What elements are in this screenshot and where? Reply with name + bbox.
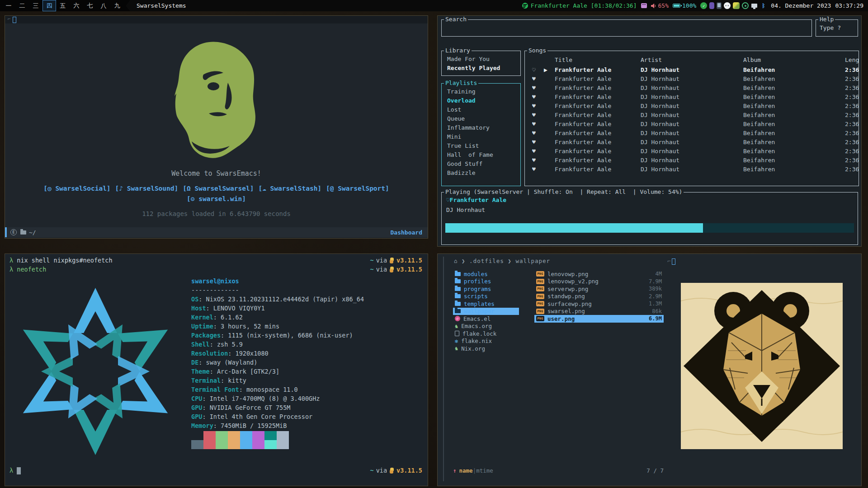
window-terminal[interactable]: λ nix shell nixpkgs#neofetch ~ via v3.11… [5, 253, 428, 486]
workspace-button[interactable]: 八 [97, 0, 110, 11]
sort-direction-icon[interactable]: ↑ [453, 467, 457, 474]
seek-bar[interactable] [445, 223, 854, 233]
breadcrumb[interactable]: ⌂ ❯ .dotfiles ❯ wallpaper [454, 258, 550, 264]
vpn-tray-icon[interactable] [709, 2, 714, 9]
syncthing-tray-icon[interactable] [742, 2, 749, 9]
song-row[interactable]: ♥ Frankfurter Aale DJ Hornhaut Beifahren… [525, 93, 859, 102]
file-type-icon: ✻ [455, 338, 458, 344]
favorite-heart-icon[interactable]: ♡ [446, 197, 450, 203]
display-tray-icon[interactable] [751, 2, 758, 9]
favorite-heart-icon[interactable]: ♥ [532, 93, 544, 102]
song-album: Beifahren [743, 111, 845, 120]
playlist-item[interactable]: Overload [442, 96, 520, 105]
favorite-heart-icon[interactable]: ♥ [532, 111, 544, 120]
favorite-heart-icon[interactable]: ♥ [532, 147, 544, 156]
discord-tray-icon[interactable] [724, 2, 731, 9]
workspace-button[interactable]: 一 [2, 0, 15, 11]
workspace-button[interactable]: 二 [15, 0, 29, 11]
keyboard-layout-icon[interactable] [641, 3, 647, 8]
song-artist: DJ Hornhaut [641, 120, 743, 129]
song-row[interactable]: ♥ Frankfurter Aale DJ Hornhaut Beifahren… [525, 129, 859, 138]
favorite-heart-icon[interactable]: ♥ [532, 102, 544, 111]
file-row[interactable]: PNG standwp.png 2.9M [534, 293, 664, 300]
library-item[interactable]: Made For You [442, 55, 520, 64]
playlist-item[interactable]: Inflammatory [442, 123, 520, 132]
volume-widget[interactable]: 65% [651, 2, 669, 9]
playlist-item[interactable]: Mini [442, 132, 520, 141]
song-length: 2:36 [845, 102, 859, 111]
workspace-button[interactable]: 六 [70, 0, 83, 11]
song-row[interactable]: ♥ Frankfurter Aale DJ Hornhaut Beifahren… [525, 156, 859, 165]
favorite-heart-icon[interactable]: ♥ [532, 75, 544, 84]
date-display[interactable]: 04. Dezember 2023 [771, 2, 831, 9]
dashboard-link[interactable]: [◎ SwarselSocial] [43, 185, 110, 192]
now-playing-widget[interactable]: Frankfurter Aale [01:38/02:36] [522, 2, 637, 9]
song-row[interactable]: ♡ ▶ Frankfurter Aale DJ Hornhaut Beifahr… [525, 66, 859, 75]
song-row[interactable]: ♥ Frankfurter Aale DJ Hornhaut Beifahren… [525, 75, 859, 84]
file-row[interactable]: PNG swarsel.png 86k [534, 308, 664, 315]
forest-tray-icon[interactable] [733, 2, 740, 9]
playlist-item[interactable]: Lost [442, 105, 520, 114]
favorite-heart-icon[interactable]: ♥ [532, 156, 544, 165]
shell-prompt[interactable]: λ [9, 467, 21, 474]
directory-row[interactable]: e Emacs.el [453, 315, 519, 323]
directory-row[interactable]: flake.lock [453, 330, 519, 338]
directory-row[interactable]: ♞ Emacs.org [453, 323, 519, 330]
playlist-item[interactable]: Queue [442, 114, 520, 123]
song-album: Beifahren [743, 147, 845, 156]
directory-row[interactable]: profiles [453, 278, 519, 286]
workspace-button[interactable]: 三 [29, 0, 42, 11]
directory-row[interactable]: wallpaper [453, 308, 519, 315]
dashboard-link[interactable]: [@ SwarselSport] [326, 185, 389, 192]
playlist-item[interactable]: Badizzle [442, 169, 520, 178]
favorite-heart-icon[interactable]: ♥ [532, 84, 544, 93]
playlist-item[interactable]: Hall of Fame [442, 150, 520, 160]
file-row[interactable]: PNG serverwp.png 389k [534, 285, 664, 293]
song-row[interactable]: ♥ Frankfurter Aale DJ Hornhaut Beifahren… [525, 138, 859, 147]
dashboard-link-home[interactable]: [⚙ swarsel.win] [187, 195, 246, 202]
favorite-heart-icon[interactable]: ♥ [532, 165, 544, 174]
dashboard-link[interactable]: [☁ SwarselStash] [258, 185, 321, 192]
kdeconnect-tray-icon[interactable] [717, 2, 722, 9]
file-row[interactable]: PNG user.png 6.9M [534, 315, 664, 323]
song-row[interactable]: ♥ Frankfurter Aale DJ Hornhaut Beifahren… [525, 84, 859, 93]
song-row[interactable]: ♥ Frankfurter Aale DJ Hornhaut Beifahren… [525, 102, 859, 111]
directory-row[interactable]: modules [453, 270, 519, 278]
workspace-button[interactable]: 七 [83, 0, 97, 11]
playlist-item[interactable]: Good Stuff [442, 160, 520, 169]
directory-row[interactable]: scripts [453, 293, 519, 300]
updates-ok-tray-icon[interactable]: ✓ [700, 2, 707, 9]
dashboard-link[interactable]: [Ω SwarselSwarsel] [183, 185, 254, 192]
song-row[interactable]: ♥ Frankfurter Aale DJ Hornhaut Beifahren… [525, 165, 859, 174]
dashboard-link[interactable]: [♪ SwarselSound] [115, 185, 179, 192]
file-row[interactable]: PNG surfacewp.png 1.3M [534, 300, 664, 308]
directory-row[interactable]: templates [453, 300, 519, 308]
favorite-heart-icon[interactable]: ♥ [532, 120, 544, 129]
workspace-button[interactable]: 九 [110, 0, 124, 11]
song-row[interactable]: ♥ Frankfurter Aale DJ Hornhaut Beifahren… [525, 147, 859, 156]
bear-image-preview [681, 283, 843, 449]
favorite-heart-icon[interactable]: ♥ [532, 138, 544, 147]
battery-widget[interactable]: 100% [673, 2, 696, 9]
bluetooth-tray-icon[interactable]: ᛒ [760, 2, 767, 9]
song-row[interactable]: ♥ Frankfurter Aale DJ Hornhaut Beifahren… [525, 111, 859, 120]
sort-by-mtime[interactable]: mtime [476, 467, 493, 474]
file-type-icon [455, 294, 461, 298]
palette-swatch [240, 431, 252, 440]
directory-row[interactable]: ♞ Nix.org [453, 345, 519, 352]
directory-row[interactable]: programs [453, 285, 519, 293]
search-input[interactable]: Search [441, 19, 812, 37]
playlist-item[interactable]: True List [442, 141, 520, 150]
favorite-heart-icon[interactable]: ♡ [532, 66, 544, 75]
playlist-item[interactable]: Training [442, 87, 520, 96]
sort-by-name[interactable]: name [459, 467, 473, 474]
workspace-button[interactable]: 五 [56, 0, 70, 11]
workspace-button[interactable]: 四 [42, 0, 56, 11]
favorite-heart-icon[interactable]: ♥ [532, 129, 544, 138]
library-item[interactable]: Recently Played [442, 64, 520, 73]
song-row[interactable]: ♥ Frankfurter Aale DJ Hornhaut Beifahren… [525, 120, 859, 129]
directory-row[interactable]: ✻ flake.nix [453, 338, 519, 345]
file-row[interactable]: PNG lenovowp.png 4M [534, 270, 664, 278]
png-file-icon: PNG [536, 316, 544, 321]
file-row[interactable]: PNG lenovowp_v2.png 7.9M [534, 278, 664, 286]
